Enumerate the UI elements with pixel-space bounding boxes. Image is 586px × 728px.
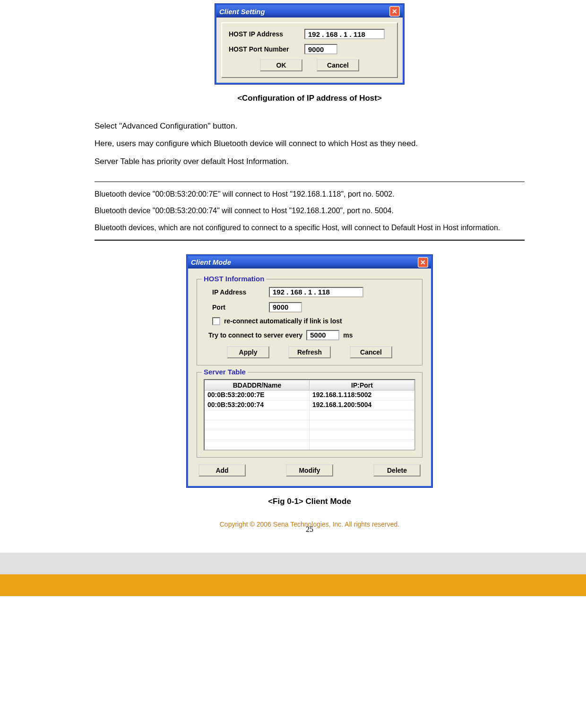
reconnect-label: re-connect automatically if link is lost [224, 317, 342, 325]
server-table-legend: Server Table [202, 368, 248, 376]
host-ip-label: HOST IP Address [229, 30, 300, 38]
body-para-3: Server Table has priority over default H… [95, 153, 525, 170]
port-input[interactable]: 9000 [269, 302, 302, 312]
refresh-button[interactable]: Refresh [288, 346, 331, 358]
caption-config-ip: <Configuration of IP address of Host> [95, 94, 525, 103]
cell-bdaddr: 00:0B:53:20:00:7E [205, 390, 310, 400]
try-interval-input[interactable]: 5000 [306, 330, 339, 340]
port-label: Port [204, 303, 264, 311]
table-row[interactable] [205, 430, 414, 440]
table-row[interactable] [205, 440, 414, 450]
cancel-button[interactable]: Cancel [317, 59, 359, 71]
server-table-group: Server Table BDADDR/Name IP:Port 00:0B:5… [197, 372, 422, 458]
modify-button[interactable]: Modify [286, 464, 333, 477]
host-information-group: HOST Information IP Address 192 . 168 . … [197, 279, 422, 365]
titlebar[interactable]: Client Mode ✕ [188, 256, 431, 269]
host-info-legend: HOST Information [202, 275, 266, 283]
example-line-3: Bluetooth devices, which are not configu… [95, 219, 525, 236]
caption-fig-client-mode: <Fig 0-1> Client Mode [95, 497, 525, 506]
host-ip-input[interactable]: 192 . 168 . 1 . 118 [304, 29, 385, 39]
ip-address-input[interactable]: 192 . 168 . 1 . 118 [269, 287, 363, 297]
ok-button[interactable]: OK [260, 59, 302, 71]
example-line-1: Bluetooth device "00:0B:53:20:00:7E" wil… [95, 186, 525, 202]
cell-ipport: 192.168.1.118:5002 [310, 390, 414, 400]
cell-ipport: 192.168.1.200:5004 [310, 400, 414, 410]
close-icon[interactable]: ✕ [418, 257, 428, 268]
close-icon[interactable]: ✕ [389, 6, 400, 17]
dialog-title: Client Setting [219, 8, 265, 16]
dialog-title: Client Mode [191, 258, 231, 266]
body-para-2: Here, users may configure which Bluetoot… [95, 135, 525, 152]
try-connect-label-post: ms [343, 331, 353, 339]
divider [95, 240, 525, 241]
try-connect-label-pre: Try to connect to server every [208, 331, 302, 339]
delete-button[interactable]: Delete [373, 464, 421, 477]
titlebar[interactable]: Client Setting ✕ [216, 5, 403, 17]
ip-address-label: IP Address [204, 288, 264, 296]
client-mode-dialog: Client Mode ✕ HOST Information IP Addres… [187, 255, 432, 487]
divider [95, 182, 525, 182]
col-ipport[interactable]: IP:Port [310, 380, 414, 390]
body-para-1: Select "Advanced Configuration" button. [95, 117, 525, 135]
host-port-input[interactable]: 9000 [304, 44, 337, 54]
page-number: 25 [95, 525, 525, 534]
table-row[interactable]: 00:0B:53:20:00:7E 192.168.1.118:5002 [205, 390, 414, 400]
table-row[interactable] [205, 410, 414, 420]
example-line-2: Bluetooth device "00:0B:53:20:00:74" wil… [95, 202, 525, 219]
table-row[interactable] [205, 420, 414, 430]
footer-bars [0, 553, 586, 596]
apply-button[interactable]: Apply [227, 346, 269, 358]
col-bdaddr[interactable]: BDADDR/Name [205, 380, 310, 390]
add-button[interactable]: Add [198, 464, 246, 477]
reconnect-checkbox[interactable] [212, 317, 220, 325]
client-setting-dialog: Client Setting ✕ HOST IP Address 192 . 1… [215, 4, 404, 84]
table-row[interactable]: 00:0B:53:20:00:74 192.168.1.200:5004 [205, 400, 414, 410]
host-port-label: HOST Port Number [229, 45, 300, 53]
cancel-button[interactable]: Cancel [350, 346, 392, 358]
cell-bdaddr: 00:0B:53:20:00:74 [205, 400, 310, 410]
server-table[interactable]: BDADDR/Name IP:Port 00:0B:53:20:00:7E 19… [204, 379, 415, 451]
